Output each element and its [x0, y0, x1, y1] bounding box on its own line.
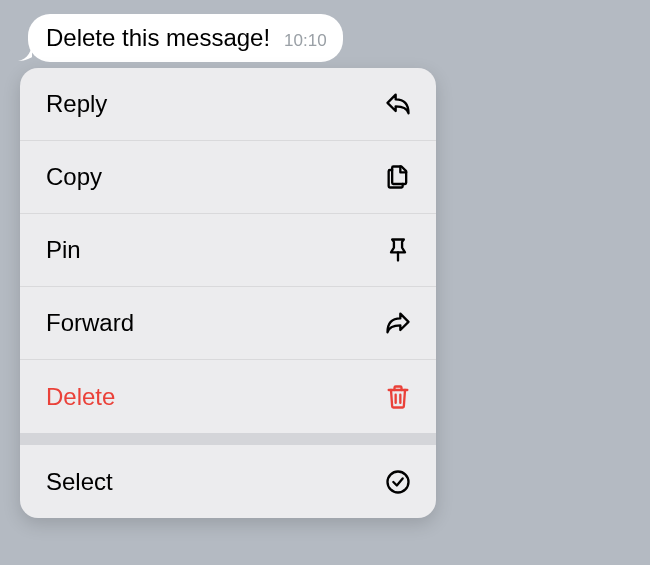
reply-icon: [384, 90, 412, 118]
context-menu: Reply Copy Pin Forward: [20, 68, 436, 518]
menu-label-forward: Forward: [46, 309, 134, 337]
pin-icon: [384, 236, 412, 264]
trash-icon: [384, 383, 412, 411]
message-bubble[interactable]: Delete this message! 10:10: [18, 14, 343, 62]
menu-label-delete: Delete: [46, 383, 115, 411]
menu-label-copy: Copy: [46, 163, 102, 191]
menu-item-delete[interactable]: Delete: [20, 360, 436, 433]
menu-label-select: Select: [46, 468, 113, 496]
menu-item-pin[interactable]: Pin: [20, 214, 436, 287]
message-text: Delete this message!: [46, 24, 270, 52]
menu-item-copy[interactable]: Copy: [20, 141, 436, 214]
select-icon: [384, 468, 412, 496]
menu-item-reply[interactable]: Reply: [20, 68, 436, 141]
menu-label-pin: Pin: [46, 236, 81, 264]
forward-icon: [384, 309, 412, 337]
svg-point-3: [388, 471, 409, 492]
menu-separator: [20, 433, 436, 445]
copy-icon: [384, 163, 412, 191]
menu-item-select[interactable]: Select: [20, 445, 436, 518]
message-time: 10:10: [284, 31, 327, 51]
menu-item-forward[interactable]: Forward: [20, 287, 436, 360]
menu-label-reply: Reply: [46, 90, 107, 118]
